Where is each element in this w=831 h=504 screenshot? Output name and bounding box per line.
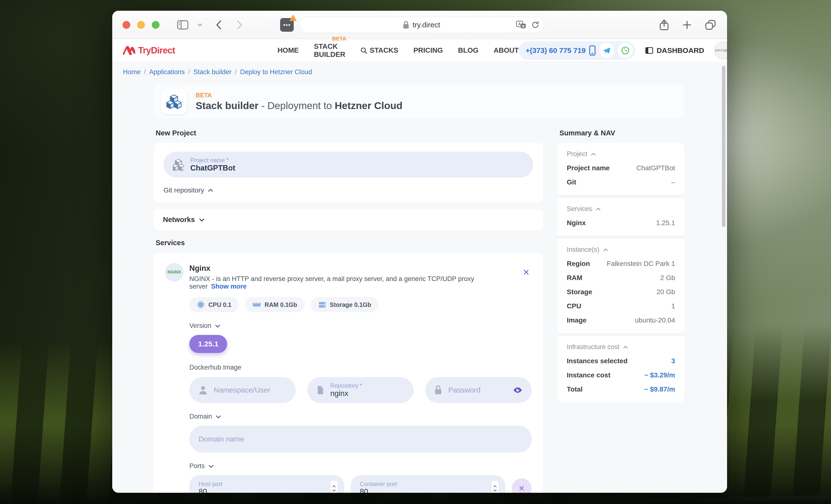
namespace-input[interactable] — [214, 386, 286, 394]
breadcrumb-stack-builder[interactable]: Stack builder — [194, 68, 232, 76]
number-stepper[interactable] — [330, 480, 338, 493]
trydirect-logo-text: TryDirect — [138, 46, 175, 56]
domain-toggle[interactable]: Domain — [189, 413, 532, 420]
nav-stacks[interactable]: STACKS — [361, 46, 398, 54]
whatsapp-icon[interactable] — [618, 43, 633, 58]
svg-text:Ж: Ж — [522, 24, 525, 28]
version-option-selected[interactable]: 1.25.1 — [189, 335, 227, 353]
summary-section-cost: Infrastructure cost Instances selected3 … — [557, 333, 684, 402]
phone-number-link[interactable]: +(373) 60 775 719 — [525, 46, 585, 55]
number-stepper[interactable] — [491, 480, 499, 493]
repository-input[interactable] — [331, 389, 404, 398]
ports-toggle[interactable]: Ports — [189, 462, 532, 470]
share-icon[interactable] — [659, 19, 669, 31]
trydirect-logo[interactable]: TryDirect — [123, 45, 175, 56]
dashboard-grid-icon — [645, 47, 653, 54]
nav-about[interactable]: ABOUT — [493, 46, 519, 54]
extension-icon[interactable]: ••• — [280, 18, 294, 32]
ram-icon — [252, 301, 261, 309]
service-name: Nginx — [189, 264, 515, 273]
summary-row: RAM2 Gb — [567, 274, 675, 282]
nav-home[interactable]: HOME — [278, 46, 298, 54]
summary-cost-toggle[interactable]: Infrastructure cost — [567, 343, 675, 351]
person-icon — [199, 385, 207, 395]
breadcrumb-home[interactable]: Home — [123, 68, 141, 76]
phone-icon — [589, 46, 596, 56]
summary-card: Project Project nameChatGPTBot Git– — [557, 143, 684, 402]
nav-pricing[interactable]: PRICING — [413, 46, 443, 54]
domain-field[interactable] — [189, 426, 532, 452]
service-description: NGINX - is an HTTP and reverse proxy ser… — [189, 275, 515, 290]
summary-project-toggle[interactable]: Project — [567, 150, 675, 158]
page-scrollbar[interactable] — [722, 66, 725, 227]
page-title-card: BETA Stack builder - Deployment to Hetzn… — [154, 85, 684, 118]
summary-services-toggle[interactable]: Services — [567, 205, 675, 213]
translate-icon[interactable]: AЖ — [516, 21, 526, 29]
host-port-input[interactable] — [199, 487, 327, 493]
back-button[interactable] — [216, 20, 222, 30]
dockerhub-label: Dockerhub Image — [189, 364, 532, 371]
zoom-window-button[interactable] — [152, 21, 160, 29]
breadcrumb-deploy[interactable]: Deploy to Hetzner Cloud — [240, 68, 312, 76]
close-window-button[interactable] — [122, 21, 130, 29]
tabs-overview-icon[interactable] — [705, 20, 716, 30]
address-bar[interactable]: try.direct AЖ — [299, 17, 544, 33]
show-more-link[interactable]: Show more — [211, 283, 247, 290]
host-port-field[interactable]: Host port — [189, 475, 344, 493]
url-text: try.direct — [412, 21, 440, 29]
summary-instances-toggle[interactable]: Instance(s) — [567, 246, 675, 254]
lock-icon — [403, 21, 409, 29]
container-port-input[interactable] — [360, 487, 488, 493]
new-tab-icon[interactable] — [682, 20, 692, 30]
storage-chip: Storage 0.1Gb — [311, 297, 379, 312]
forward-button[interactable] — [237, 20, 242, 30]
project-name-input[interactable] — [190, 164, 524, 173]
networks-toggle[interactable]: Networks — [154, 209, 543, 230]
container-port-field[interactable]: Container port — [351, 475, 506, 493]
nav-blog[interactable]: BLOG — [458, 46, 479, 54]
namespace-field[interactable] — [189, 377, 296, 403]
summary-section-services: Services Nginx1.25.1 — [557, 195, 684, 236]
project-cubes-icon — [173, 158, 184, 171]
version-toggle[interactable]: Version — [189, 322, 532, 330]
search-icon — [361, 47, 367, 54]
project-name-field[interactable]: Project name * — [164, 152, 533, 178]
repository-field[interactable]: Repository * — [308, 377, 414, 403]
contact-pill: +(373) 60 775 719 — [519, 41, 635, 60]
breadcrumb: Home / Applications / Stack builder / De… — [123, 68, 727, 76]
summary-row: CPU1 — [567, 302, 675, 310]
chevron-up-icon — [208, 188, 213, 193]
nav-stack-builder[interactable]: BETA STACK BUILDER — [314, 42, 345, 59]
git-repository-toggle[interactable]: Git repository — [164, 186, 533, 194]
summary-section-project: Project Project nameChatGPTBot Git– — [557, 143, 684, 195]
page-title: Stack builder - Deployment to Hetzner Cl… — [196, 100, 403, 112]
reload-icon[interactable] — [531, 21, 540, 29]
summary-row: Project nameChatGPTBot — [567, 164, 675, 172]
cpu-chip: CPU 0.1 — [189, 297, 239, 312]
nav-beta-badge: BETA — [332, 36, 346, 42]
user-avatar[interactable]: OPTIMUM — [714, 42, 727, 59]
sidebar-toggle-icon[interactable] — [177, 20, 188, 30]
chevron-down-icon — [215, 324, 221, 328]
breadcrumb-applications[interactable]: Applications — [149, 68, 185, 76]
sidebar-chevron-icon[interactable] — [197, 23, 202, 27]
nginx-avatar: NGINX — [165, 263, 183, 281]
password-field[interactable] — [425, 377, 532, 403]
new-project-heading: New Project — [156, 129, 543, 137]
domain-input[interactable] — [199, 435, 522, 443]
minimize-window-button[interactable] — [137, 21, 145, 29]
site-header: TryDirect HOME BETA STACK BUILDER STACKS… — [112, 39, 727, 62]
title-beta-badge: BETA — [196, 92, 403, 99]
stack-builder-icon — [161, 89, 187, 114]
dashboard-link[interactable]: DASHBOARD — [645, 46, 704, 55]
password-input[interactable] — [448, 386, 510, 394]
chevron-down-icon — [199, 217, 205, 222]
remove-port-button[interactable]: ✕ — [512, 478, 532, 493]
telegram-icon[interactable] — [599, 43, 614, 58]
show-password-eye-icon[interactable] — [513, 386, 522, 394]
remove-service-button[interactable]: ✕ — [521, 263, 532, 281]
summary-heading: Summary & NAV — [560, 129, 684, 137]
main-nav: HOME BETA STACK BUILDER STACKS PRICING B… — [278, 42, 519, 59]
summary-row: Total~ $9.87/m — [567, 385, 675, 393]
summary-row: Nginx1.25.1 — [567, 219, 675, 227]
